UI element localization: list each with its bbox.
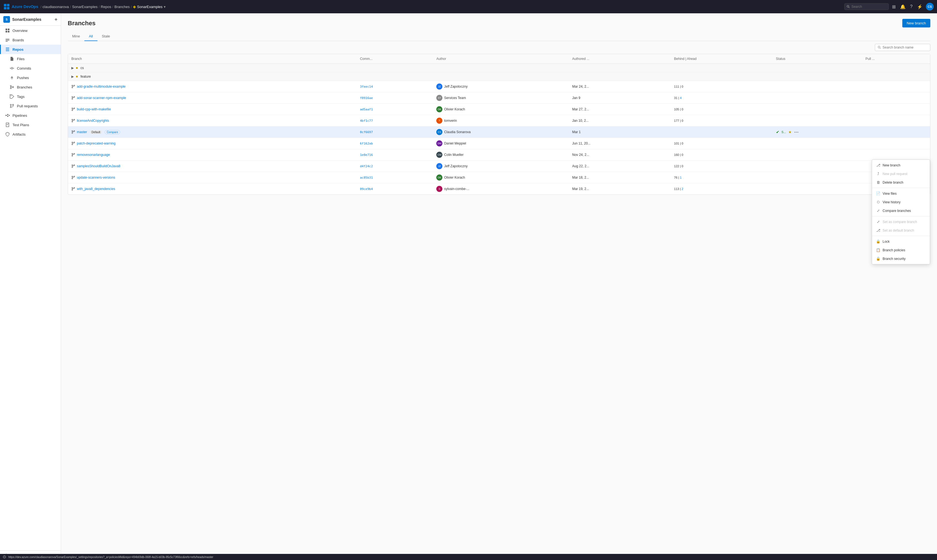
author-cell: OK Olivier Korach — [433, 172, 569, 183]
sidebar-item-artifacts[interactable]: Artifacts — [0, 129, 61, 139]
authored-date: Jun 11, 20... — [572, 142, 590, 145]
compare-tag[interactable]: Compare — [105, 130, 120, 134]
status-cell: ✔ S... ★ ⋯ — [773, 126, 862, 138]
ctx-branch-policies[interactable]: 📋 Branch policies — [872, 246, 930, 254]
ctx-compare-branches[interactable]: ⤢ Compare branches — [872, 206, 930, 215]
user-avatar[interactable]: CS — [926, 3, 934, 11]
branch-name-link[interactable]: update-scanners-versions — [77, 175, 115, 180]
branch-name-link[interactable]: build-cpp-with-makefile — [77, 107, 111, 111]
breadcrumb-branches[interactable]: Branches — [114, 5, 129, 9]
more-options-button[interactable]: ⋯ — [794, 129, 798, 135]
lightning-icon[interactable]: ⚡ — [916, 3, 924, 11]
tab-mine[interactable]: Mine — [68, 32, 84, 41]
authored-date: Mar 1 — [572, 130, 581, 134]
ctx-new-branch-label: New branch — [883, 163, 900, 167]
breadcrumb-repos[interactable]: Repos — [101, 5, 111, 9]
table-row: add-sonar-scanner-npm-example f8916ae ST… — [68, 92, 930, 104]
tab-stale[interactable]: Stale — [97, 32, 115, 41]
svg-point-66 — [74, 176, 75, 177]
behind-ahead-value: 105 | 0 — [674, 108, 683, 111]
commit-cell: 09ce9b4 — [357, 183, 433, 195]
ctx-security-icon: 🔒 — [876, 257, 880, 261]
branch-row-icon — [71, 107, 75, 111]
sidebar-item-pull-requests[interactable]: Pull requests — [0, 101, 61, 111]
authored-date: Mar 18, 2... — [572, 175, 589, 180]
org-icon: S — [3, 16, 10, 23]
commit-hash: 6f162ab — [360, 142, 373, 145]
svg-point-65 — [72, 178, 73, 179]
ctx-view-history[interactable]: ⏲ View history — [872, 198, 930, 206]
tab-all[interactable]: All — [84, 32, 97, 41]
authored-date-cell: Mar 24, 2... — [569, 81, 671, 92]
commit-hash: 4bf1c77 — [360, 119, 373, 123]
ctx-set-compare-label: Set as compare branch — [883, 220, 917, 224]
breadcrumb-repo[interactable]: SonarExamples — [137, 5, 163, 9]
ctx-delete-branch[interactable]: 🗑 Delete branch — [872, 178, 930, 187]
app-logo[interactable]: Azure DevOps — [3, 3, 38, 10]
sidebar-item-test-plans[interactable]: Test Plans — [0, 120, 61, 129]
branch-name-link[interactable]: licenseAndCopyrights — [77, 119, 109, 123]
branch-name-link[interactable]: add-gradle-multimodule-example — [77, 85, 125, 88]
sidebar-pushes-label: Pushes — [17, 76, 29, 80]
sidebar-item-branches[interactable]: Branches — [0, 82, 61, 92]
search-input[interactable] — [852, 5, 886, 9]
author-avatar: DM — [436, 140, 442, 146]
breadcrumb-claudia[interactable]: claudiasonarova — [42, 5, 69, 9]
authored-date-cell: Mar 19, 2... — [569, 183, 671, 195]
svg-point-4 — [847, 5, 849, 7]
ctx-lock-label: Lock — [883, 240, 889, 243]
sidebar-item-pushes[interactable]: Pushes — [0, 73, 61, 82]
ctx-new-branch[interactable]: ⎇ New branch — [872, 161, 930, 169]
svg-rect-0 — [4, 4, 6, 6]
cs-expand-arrow[interactable]: ▶ — [71, 66, 74, 70]
sidebar-item-repos[interactable]: Repos — [0, 45, 61, 54]
commit-hash: ac85b31 — [360, 176, 373, 180]
bell-icon[interactable]: 🔔 — [899, 3, 907, 11]
ctx-branch-security[interactable]: 🔒 Branch security — [872, 254, 930, 263]
branch-name-link[interactable]: with_java8_dependencies — [77, 187, 115, 191]
add-project-icon[interactable]: + — [54, 17, 57, 22]
global-search[interactable] — [844, 3, 889, 10]
breadcrumb-sonarexamples[interactable]: SonarExamples — [72, 5, 98, 9]
sidebar-repos-label: Repos — [12, 48, 23, 52]
branch-name-link[interactable]: master — [77, 130, 87, 134]
help-icon[interactable]: ? — [909, 3, 914, 10]
sidebar-item-pipelines[interactable]: Pipelines — [0, 111, 61, 120]
svg-rect-9 — [8, 31, 9, 32]
svg-line-31 — [880, 48, 881, 49]
authored-date: Mar 27, 2... — [572, 107, 589, 111]
sidebar-item-tags[interactable]: Tags — [0, 92, 61, 101]
ctx-compare-branches-label: Compare branches — [883, 209, 911, 213]
tags-icon — [10, 94, 14, 99]
author-cell: ST Services Team — [433, 92, 569, 104]
sidebar-item-boards[interactable]: Boards — [0, 35, 61, 45]
grid-icon[interactable]: ⊞ — [891, 3, 897, 11]
branch-row-icon — [71, 85, 75, 88]
branch-name-link[interactable]: samplesShouldBuildOnJava8 — [77, 164, 120, 168]
breadcrumb-expand-icon[interactable]: ▾ — [164, 5, 166, 9]
branch-name-link[interactable]: removesonarlanguage — [77, 153, 110, 157]
svg-rect-27 — [7, 116, 8, 117]
new-branch-button[interactable]: New branch — [902, 19, 930, 28]
sidebar-item-commits[interactable]: Commits — [0, 63, 61, 73]
ctx-view-files[interactable]: 📄 View files — [872, 189, 930, 198]
branch-search-box[interactable] — [875, 44, 930, 51]
ctx-default-set-icon: ⎇ — [876, 228, 880, 232]
star-button[interactable]: ★ — [788, 130, 792, 134]
feature-expand-arrow[interactable]: ▶ — [71, 75, 74, 78]
status-cell — [773, 183, 862, 195]
branch-name-link[interactable]: add-sonar-scanner-npm-example — [77, 96, 126, 100]
sidebar-item-files[interactable]: Files — [0, 54, 61, 63]
svg-rect-3 — [7, 7, 9, 9]
col-branch: Branch — [68, 54, 357, 64]
svg-point-58 — [74, 153, 75, 154]
status-cell — [773, 104, 862, 115]
sidebar-item-overview[interactable]: Overview — [0, 26, 61, 35]
svg-line-5 — [849, 7, 849, 8]
branch-search-input[interactable] — [883, 46, 927, 49]
ctx-lock[interactable]: 🔒 Lock — [872, 237, 930, 246]
status-cell — [773, 138, 862, 149]
branch-name-link[interactable]: patch-deprecated-warning — [77, 142, 116, 145]
author-avatar: JZ — [436, 83, 442, 89]
ctx-pr-icon: ⤴ — [876, 172, 880, 176]
